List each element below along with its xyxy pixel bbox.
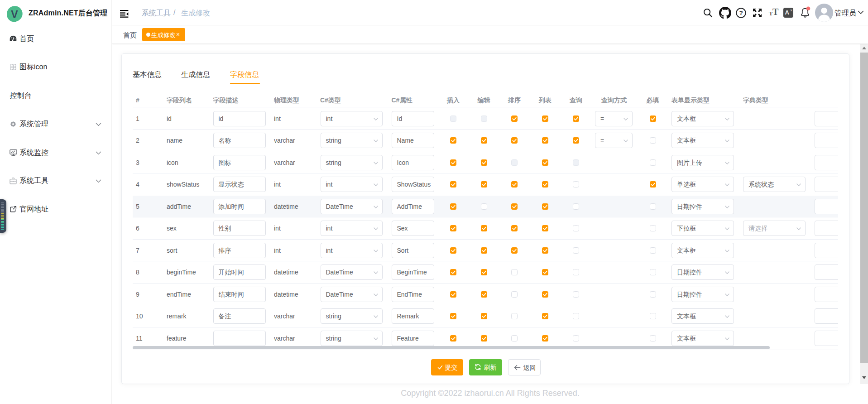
svg-text:?: ?	[739, 10, 743, 16]
